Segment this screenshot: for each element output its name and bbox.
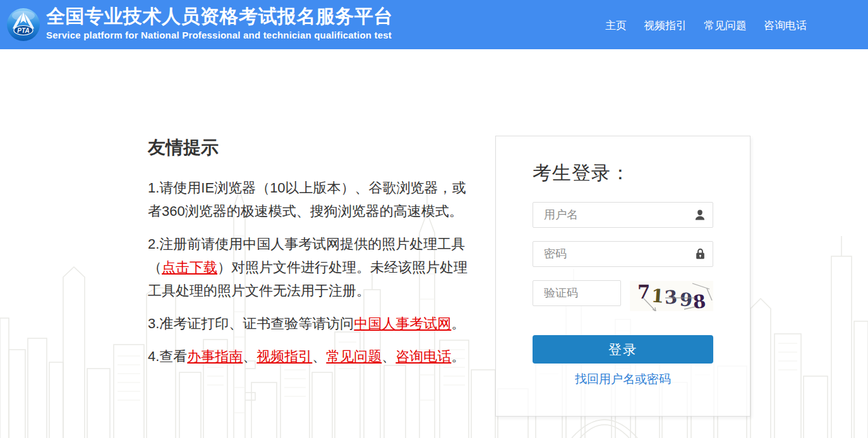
login-card: 考生登录： (495, 136, 750, 417)
pta-logo-icon: PTA (6, 8, 40, 44)
captcha-digit-7: 7 (637, 283, 650, 302)
nav-link-faq[interactable]: 常见问题 (704, 18, 747, 33)
video-guide-link[interactable]: 视频指引 (256, 348, 312, 364)
faq-link[interactable]: 常见问题 (326, 348, 382, 364)
notice-text: 、 (312, 348, 326, 364)
password-input[interactable] (533, 241, 713, 267)
notice-text: 4.查看 (148, 348, 187, 364)
notice-paragraph-1: 1.请使用IE浏览器（10以上版本）、谷歌浏览器，或者360浏览器的极速模式、搜… (148, 176, 471, 223)
notice-section: 友情提示 1.请使用IE浏览器（10以上版本）、谷歌浏览器，或者360浏览器的极… (148, 136, 477, 377)
captcha-digit-3: 3 (665, 288, 678, 307)
header-titles: 全国专业技术人员资格考试报名服务平台 Service platform for … (46, 4, 393, 40)
login-title: 考生登录： (533, 160, 713, 186)
main-content: 友情提示 1.请使用IE浏览器（10以上版本）、谷歌浏览器，或者360浏览器的极… (0, 49, 868, 417)
nav-link-home[interactable]: 主页 (605, 18, 627, 33)
captcha-image[interactable]: 71398 (630, 281, 713, 311)
cpta-website-link[interactable]: 中国人事考试网 (354, 316, 451, 331)
captcha-row: 71398 (533, 280, 713, 311)
user-icon (694, 208, 706, 222)
captcha-input[interactable] (533, 280, 621, 306)
notice-paragraphs: 1.请使用IE浏览器（10以上版本）、谷歌浏览器，或者360浏览器的极速模式、搜… (148, 176, 471, 368)
notice-paragraph-3: 3.准考证打印、证书查验等请访问中国人事考试网。 (148, 312, 471, 335)
notice-paragraph-2: 2.注册前请使用中国人事考试网提供的照片处理工具（点击下载）对照片文件进行处理。… (148, 232, 471, 302)
username-input[interactable] (533, 202, 713, 228)
captcha-field-wrap (533, 280, 621, 306)
service-guide-link[interactable]: 办事指南 (187, 348, 243, 364)
login-button[interactable]: 登录 (533, 335, 713, 364)
username-field-wrap (533, 202, 713, 228)
notice-text: 、 (382, 348, 395, 364)
page: PTA 全国专业技术人员资格考试报名服务平台 Service platform … (0, 0, 868, 438)
forgot-credentials-link[interactable]: 找回用户名或密码 (533, 371, 713, 388)
notice-title: 友情提示 (148, 136, 477, 160)
notice-text: 3.准考证打印、证书查验等请访问 (148, 316, 354, 331)
password-field-wrap (533, 241, 713, 267)
notice-text: 1.请使用IE浏览器（10以上版本）、谷歌浏览器，或者360浏览器的极速模式、搜… (148, 180, 466, 219)
captcha-digit-1: 1 (651, 287, 665, 305)
captcha-digit-9: 9 (679, 290, 693, 309)
site-subtitle: Service platform for National Profession… (46, 30, 393, 40)
site-title: 全国专业技术人员资格考试报名服务平台 (46, 4, 393, 28)
header-nav: 主页视频指引常见问题咨询电话 (605, 18, 807, 33)
lock-icon (694, 247, 706, 260)
nav-link-video-guide[interactable]: 视频指引 (644, 18, 687, 33)
notice-text: 。 (451, 316, 465, 331)
download-photo-tool-link[interactable]: 点击下载 (162, 259, 217, 275)
notice-text: 、 (243, 348, 256, 364)
captcha-digits: 71398 (637, 287, 706, 305)
phone-link[interactable]: 咨询电话 (395, 348, 451, 364)
svg-text:PTA: PTA (17, 27, 29, 34)
notice-text: 。 (451, 348, 465, 364)
nav-link-phone[interactable]: 咨询电话 (764, 18, 807, 33)
header: PTA 全国专业技术人员资格考试报名服务平台 Service platform … (0, 0, 868, 49)
notice-paragraph-4: 4.查看办事指南、视频指引、常见问题、咨询电话。 (148, 345, 471, 368)
captcha-digit-8: 8 (692, 292, 706, 311)
